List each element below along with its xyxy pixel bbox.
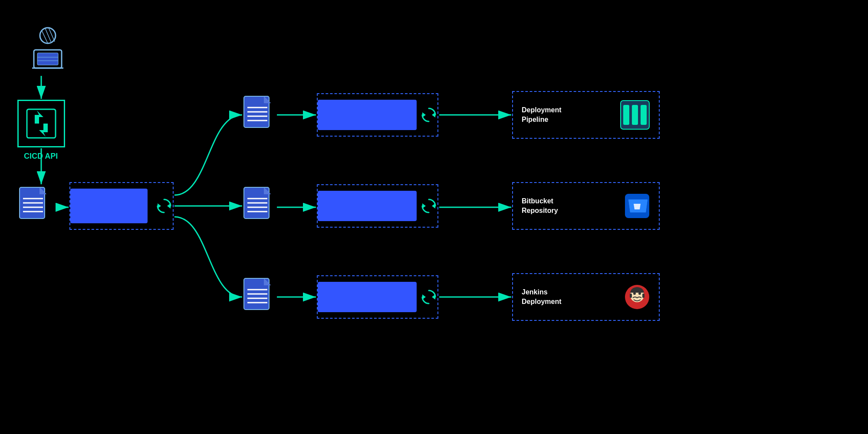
dest-label-bot: JenkinsDeployment [522, 287, 562, 307]
svg-marker-40 [422, 112, 426, 117]
svg-marker-52 [432, 203, 435, 209]
person-icon [26, 26, 69, 74]
main-operator-box [69, 182, 174, 230]
svg-marker-39 [432, 112, 435, 117]
operator-box-top [317, 93, 438, 137]
diagram-container: CICD API [0, 0, 868, 434]
operator-box-mid [317, 184, 438, 228]
dest-label-top: DeploymentPipeline [522, 105, 562, 125]
svg-marker-64 [432, 294, 435, 300]
sync-icon-top [420, 106, 437, 124]
bitbucket-icon [624, 193, 650, 219]
svg-marker-53 [422, 203, 426, 209]
destination-mid: BitbucketRepository [512, 182, 660, 230]
doc-icon-mid [243, 186, 276, 225]
doc-icon-left [19, 186, 58, 230]
svg-rect-44 [641, 105, 647, 125]
destination-bot: JenkinsDeployment [512, 273, 660, 321]
svg-marker-30 [167, 203, 171, 209]
svg-marker-56 [634, 204, 641, 209]
operator-rect-mid [318, 191, 417, 221]
svg-marker-65 [422, 294, 426, 300]
doc-icon-top [243, 95, 276, 134]
doc-icon-bot [243, 277, 276, 316]
svg-marker-21 [39, 124, 48, 137]
operator-box-bot [317, 275, 438, 319]
svg-point-11 [40, 28, 56, 43]
operator-rect-bot [318, 282, 417, 312]
destination-top: DeploymentPipeline [512, 91, 660, 139]
sync-icon-mid [420, 197, 437, 215]
jenkins-icon [624, 284, 650, 310]
svg-rect-71 [642, 294, 644, 298]
svg-rect-22 [27, 109, 56, 138]
operator-rect-top [318, 100, 417, 130]
svg-marker-20 [35, 111, 43, 124]
svg-rect-43 [632, 105, 638, 125]
cicd-label: CICD API [24, 152, 58, 161]
pipeline-icon [620, 100, 650, 130]
svg-rect-70 [630, 294, 632, 298]
sync-icon-main [155, 197, 173, 215]
main-operator-rect [70, 189, 148, 223]
svg-rect-42 [623, 105, 629, 125]
svg-marker-31 [158, 203, 161, 209]
sync-icon-bot [420, 288, 437, 306]
dest-label-mid: BitbucketRepository [522, 196, 558, 216]
svg-rect-16 [37, 53, 58, 65]
cicd-api-box [17, 100, 65, 147]
